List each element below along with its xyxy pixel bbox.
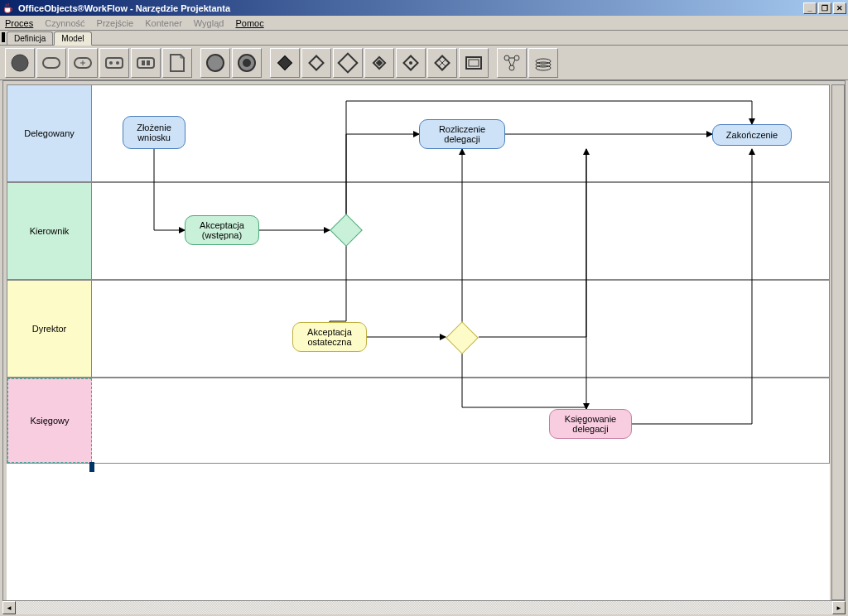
- vertical-scrollbar[interactable]: [831, 84, 845, 600]
- svg-point-7: [116, 61, 119, 65]
- toolbar: [0, 46, 848, 80]
- node-zlozenie-wniosku[interactable]: Złożenie wniosku: [123, 116, 186, 149]
- gateway-kierownik[interactable]: [330, 214, 363, 247]
- java-cup-icon: [2, 2, 15, 15]
- tool-diamond-big-icon[interactable]: [333, 48, 363, 78]
- svg-point-11: [207, 55, 224, 71]
- swimlane-label: Delegowany: [7, 85, 92, 181]
- tool-diamond-light-icon[interactable]: [301, 48, 331, 78]
- swimlane-ksiegowy[interactable]: Księgowy: [7, 378, 830, 464]
- swimlane-label: Kierownik: [7, 183, 92, 279]
- tab-definicja[interactable]: Definicja: [7, 31, 53, 45]
- maximize-button[interactable]: ❐: [818, 2, 831, 14]
- menu-kontener: Kontener: [145, 18, 182, 28]
- tabs: Definicja Model: [0, 31, 848, 46]
- tool-rect-double-icon[interactable]: [459, 48, 489, 78]
- tool-circle-ring-icon[interactable]: [232, 48, 262, 78]
- svg-point-0: [12, 55, 28, 71]
- tool-rect-pattern-2-icon[interactable]: [131, 48, 161, 78]
- scroll-track[interactable]: [16, 601, 832, 614]
- menu-wyglad: Wygląd: [194, 18, 224, 28]
- svg-rect-9: [142, 60, 145, 65]
- tool-rounded-rect-plus-icon[interactable]: [68, 48, 98, 78]
- gateway-dyrektor[interactable]: [446, 321, 479, 354]
- svg-point-28: [509, 65, 514, 70]
- canvas-area: Delegowany Kierownik Dyrektor Księgowy: [2, 80, 846, 601]
- swimlane-dyrektor[interactable]: Dyrektor: [7, 280, 830, 378]
- insertion-caret-icon: [89, 462, 94, 472]
- svg-rect-14: [278, 55, 292, 70]
- tab-model[interactable]: Model: [54, 31, 91, 46]
- tool-rect-pattern-1-icon[interactable]: [99, 48, 129, 78]
- svg-rect-15: [310, 55, 324, 70]
- tool-diamond-dot-icon[interactable]: [396, 48, 426, 78]
- horizontal-scrollbar[interactable]: ◄ ►: [2, 601, 846, 614]
- svg-point-31: [536, 59, 551, 64]
- tool-diamond-x-icon[interactable]: [427, 48, 457, 78]
- svg-rect-16: [339, 53, 358, 72]
- tool-circle-dark-icon[interactable]: [5, 48, 35, 78]
- close-button[interactable]: ✕: [833, 2, 846, 14]
- svg-point-20: [409, 61, 412, 65]
- scroll-left-icon[interactable]: ◄: [2, 601, 16, 614]
- svg-rect-5: [106, 58, 123, 68]
- window-title: OfficeObjects®WorkFlow - Narzędzie Proje…: [18, 3, 803, 13]
- menu-czynnosc: Czynność: [45, 18, 84, 28]
- svg-rect-10: [147, 60, 150, 65]
- window-controls: _ ❐ ✕: [803, 2, 846, 14]
- menu-bar: Proces Czynność Przejście Kontener Wyglą…: [0, 16, 848, 31]
- title-bar: OfficeObjects®WorkFlow - Narzędzie Proje…: [0, 0, 848, 16]
- swimlane-label: Księgowy: [7, 378, 92, 463]
- minimize-button[interactable]: _: [803, 2, 817, 14]
- node-rozliczenie-delegacji[interactable]: Rozliczenie delegacji: [419, 119, 505, 149]
- menu-proces[interactable]: Proces: [5, 18, 33, 28]
- menu-przejscie: Przejście: [97, 18, 134, 28]
- svg-rect-25: [469, 60, 479, 66]
- swimlane-label: Dyrektor: [7, 281, 92, 377]
- tool-circle-outline-icon[interactable]: [200, 48, 230, 78]
- tool-graph-icon[interactable]: [497, 48, 527, 78]
- node-akceptacja-ostateczna[interactable]: Akceptacja ostateczna: [292, 322, 367, 352]
- tab-grip-icon[interactable]: [2, 32, 5, 42]
- tool-print-icon[interactable]: [528, 48, 558, 78]
- node-zakonczenie[interactable]: Zakończenie: [712, 124, 792, 146]
- swimlane-kierownik[interactable]: Kierownik: [7, 182, 830, 280]
- tool-diamond-small-icon[interactable]: [364, 48, 394, 78]
- node-akceptacja-wstepna[interactable]: Akceptacja (wstępna): [185, 215, 259, 245]
- node-ksiegowanie-delegacji[interactable]: Księgowanie delegacji: [549, 409, 632, 439]
- menu-pomoc[interactable]: Pomoc: [235, 18, 263, 28]
- svg-point-6: [109, 61, 113, 65]
- tool-diamond-dark-icon[interactable]: [270, 48, 300, 78]
- tool-note-icon[interactable]: [162, 48, 192, 78]
- tool-rounded-rect-icon[interactable]: [36, 48, 66, 78]
- svg-point-13: [243, 59, 251, 67]
- svg-rect-8: [137, 58, 154, 68]
- diagram-canvas[interactable]: Delegowany Kierownik Dyrektor Księgowy: [7, 84, 830, 600]
- scroll-right-icon[interactable]: ►: [832, 601, 846, 614]
- svg-rect-1: [43, 58, 60, 68]
